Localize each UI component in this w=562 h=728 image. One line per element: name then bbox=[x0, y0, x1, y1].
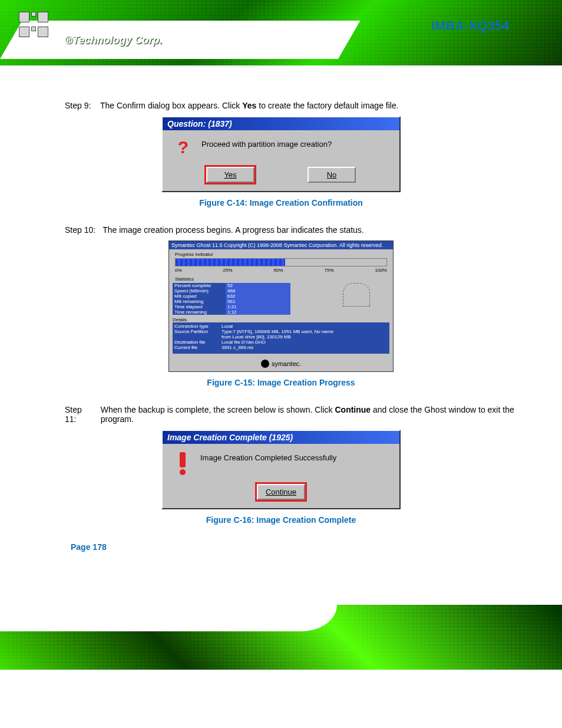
step-10-text: The image creation process begins. A pro… bbox=[103, 225, 364, 235]
step-10-num: Step 10: bbox=[65, 225, 95, 235]
no-button[interactable]: No bbox=[308, 167, 356, 183]
detail-label: Connection type bbox=[174, 324, 222, 329]
progress-bar bbox=[175, 258, 387, 266]
stat-value: 52 bbox=[226, 283, 290, 288]
dialog-complete: Image Creation Complete (1925) Image Cre… bbox=[161, 430, 401, 509]
doc-title: IMBA-XQ354 bbox=[431, 18, 509, 34]
detail-label: Destination file bbox=[174, 340, 222, 345]
detail-value: Local file D:\\iei.GHO bbox=[222, 340, 388, 345]
ghost-window: Symantec Ghost 11.5 Copyright (C) 1998-2… bbox=[168, 241, 394, 372]
tick-25: 25% bbox=[223, 268, 233, 273]
stat-label: Time remaining bbox=[173, 309, 226, 315]
detail-value: Type:7 [NTFS], 100006 MB, 1951 MB used, … bbox=[222, 329, 388, 334]
progress-indicator-label: Progress Indicator bbox=[175, 252, 387, 257]
step-11-num: Step 11: bbox=[65, 405, 94, 424]
tick-0: 0% bbox=[175, 268, 182, 273]
symantec-icon bbox=[261, 360, 269, 368]
stat-value: 632 bbox=[226, 294, 290, 299]
detail-label: Current file bbox=[174, 345, 222, 350]
step-9-bold: Yes bbox=[242, 101, 256, 110]
dialog-confirm-title: Question: (1837) bbox=[163, 117, 399, 130]
progress-ticks: 0% 25% 50% 75% 100% bbox=[175, 268, 387, 273]
page-number: Page 178 bbox=[71, 542, 521, 552]
yes-button[interactable]: Yes bbox=[206, 167, 254, 183]
detail-label bbox=[174, 334, 222, 340]
dialog-confirm: Question: (1837) Proceed with partition … bbox=[161, 116, 401, 192]
step-11-text-before: When the backup is complete, the screen … bbox=[101, 405, 335, 414]
symantec-brand: symantec. bbox=[169, 356, 393, 371]
tick-100: 100% bbox=[375, 268, 386, 273]
footer-banner bbox=[0, 605, 562, 670]
step-9-text-before: The Confirm dialog box appears. Click bbox=[100, 101, 242, 110]
stat-value: 1:12 bbox=[226, 309, 290, 315]
step-9-text-after: to create the factory default image file… bbox=[259, 101, 398, 110]
figure-15-caption: Figure C-15: Image Creation Progress bbox=[41, 378, 521, 387]
stat-label: Percent complete bbox=[173, 283, 226, 288]
stat-value: 468 bbox=[226, 288, 290, 294]
dialog-complete-message: Image Creation Completed Successfully bbox=[200, 452, 336, 462]
tick-50: 50% bbox=[274, 268, 283, 273]
tick-75: 75% bbox=[325, 268, 334, 273]
step-11-bold: Continue bbox=[335, 405, 371, 414]
stat-label: MB copied bbox=[173, 294, 226, 299]
detail-value: from Local drive [80], 130129 MB bbox=[222, 334, 388, 340]
stats-grid: Percent complete52 Speed (MB/min)468 MB … bbox=[173, 283, 290, 315]
detail-label: Source Partition bbox=[174, 329, 222, 334]
symantec-text: symantec. bbox=[272, 360, 301, 367]
detail-value: 3891 c_869.nls bbox=[222, 345, 388, 350]
progress-bar-fill bbox=[176, 259, 285, 266]
detail-value: Local bbox=[222, 324, 388, 329]
exclaim-icon bbox=[174, 452, 191, 476]
details-header: Details bbox=[173, 317, 389, 322]
dialog-complete-title: Image Creation Complete (1925) bbox=[163, 431, 399, 444]
dialog-confirm-message: Proceed with partition image creation? bbox=[201, 139, 332, 149]
figure-14-caption: Figure C-14: Image Creation Confirmation bbox=[41, 198, 521, 207]
stat-label: Time elapsed bbox=[173, 304, 226, 309]
stat-label: MB remaining bbox=[173, 299, 226, 304]
stat-value: 561 bbox=[226, 299, 290, 304]
continue-button[interactable]: Continue bbox=[257, 484, 305, 500]
question-icon bbox=[174, 139, 192, 159]
brand-text: ®Technology Corp. bbox=[65, 34, 163, 47]
stats-header: Statistics bbox=[175, 276, 387, 282]
logo bbox=[19, 12, 57, 39]
stat-value: 1:21 bbox=[226, 304, 290, 309]
details-grid: Connection typeLocal Source PartitionTyp… bbox=[173, 322, 389, 354]
logo-iei-icon bbox=[19, 12, 57, 39]
step-9-num: Step 9: bbox=[65, 101, 93, 110]
stat-label: Speed (MB/min) bbox=[173, 288, 226, 294]
step-9: Step 9: The Confirm dialog box appears. … bbox=[65, 101, 521, 110]
ghost-title: Symantec Ghost 11.5 Copyright (C) 1998-2… bbox=[169, 241, 393, 249]
step-11: Step 11: When the backup is complete, th… bbox=[65, 405, 521, 424]
figure-16-caption: Figure C-16: Image Creation Complete bbox=[41, 515, 521, 525]
ghost-icon bbox=[343, 283, 370, 307]
step-10: Step 10: The image creation process begi… bbox=[65, 225, 521, 235]
